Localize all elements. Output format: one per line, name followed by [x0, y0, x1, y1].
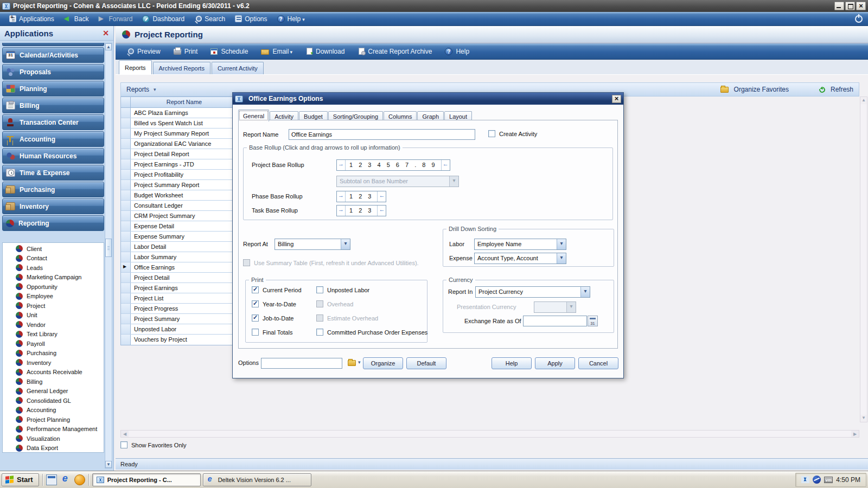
row-selector-cell[interactable] [121, 190, 131, 200]
row-selector-cell[interactable] [121, 129, 131, 138]
sidebar-report-category[interactable]: Accounting [3, 406, 104, 415]
report-name-cell[interactable]: Project Detail Report [131, 149, 238, 159]
dropdown-arrow-icon[interactable] [557, 239, 566, 249]
report-name-cell[interactable]: Project Profitability [131, 170, 238, 179]
rollup-right-arrow-icon[interactable] [337, 160, 346, 170]
report-name-cell[interactable]: Labor Detail [131, 242, 238, 252]
report-name-column-header[interactable]: Report Name [131, 97, 238, 107]
report-name-cell[interactable]: Billed vs Spent Watch List [131, 118, 238, 128]
sidebar-report-category[interactable]: Performance Management [3, 425, 104, 434]
calendar-picker-button[interactable] [588, 316, 598, 326]
print-option-checkbox[interactable] [316, 286, 323, 293]
scroll-up-icon[interactable]: ▲ [860, 97, 867, 104]
start-button[interactable]: Start [2, 473, 39, 486]
show-favorites-checkbox[interactable] [120, 441, 127, 448]
sidebar-module-button[interactable]: Time & Expense [2, 165, 104, 181]
row-selector-cell[interactable] [121, 108, 131, 118]
reports-dropdown[interactable]: Reports [126, 86, 149, 93]
report-name-cell[interactable]: Project List [131, 293, 238, 303]
sidebar-scrollbar[interactable]: ▲ ▼ [105, 43, 112, 468]
scroll-down-icon[interactable]: ▼ [860, 415, 867, 422]
sidebar-report-category[interactable]: Employee [3, 292, 104, 301]
scroll-right-icon[interactable]: ▶ [851, 431, 859, 437]
rollup-left-arrow-icon[interactable] [441, 160, 450, 170]
task-button[interactable]: Deltek Vision Version 6.2 ... [203, 473, 311, 486]
chevron-down-icon[interactable]: ▾ [358, 359, 361, 365]
report-name-cell[interactable]: Organizational EAC Variance [131, 139, 238, 149]
menubar-item[interactable]: Options [230, 14, 272, 24]
vertical-scrollbar[interactable]: ▲ ▼ [860, 97, 867, 422]
row-selector-cell[interactable] [121, 335, 131, 345]
row-selector-cell[interactable] [121, 211, 131, 221]
quick-launch-icon[interactable] [74, 474, 85, 485]
table-row[interactable]: Budget Worksheet [121, 190, 238, 201]
scroll-down-icon[interactable]: ▼ [105, 461, 112, 468]
print-option-checkbox[interactable] [252, 329, 259, 336]
subtotal-dropdown[interactable]: Subtotal on Base Number [336, 176, 459, 187]
sidebar-report-category[interactable]: Purchasing [3, 349, 104, 358]
sidebar-report-category[interactable]: Leads [3, 263, 104, 273]
table-row[interactable]: Consultant Ledger [121, 201, 238, 211]
report-name-cell[interactable]: Project Earnings - JTD [131, 159, 238, 169]
internet-explorer-icon[interactable] [60, 474, 71, 485]
table-row[interactable]: Project Detail Report [121, 149, 238, 159]
organize-favorites-icon[interactable] [720, 87, 729, 93]
row-selector-cell[interactable] [121, 139, 131, 149]
report-name-input[interactable]: Office Earnings [289, 129, 475, 140]
row-selector-cell[interactable] [121, 221, 131, 231]
deltek-tray-icon[interactable] [801, 476, 809, 483]
menubar-item[interactable]: Forward [93, 14, 137, 24]
apply-button[interactable]: Apply [535, 357, 575, 369]
report-name-cell[interactable]: Consultant Ledger [131, 201, 238, 210]
row-selector-cell[interactable] [121, 159, 131, 169]
menubar-item[interactable]: Back [59, 14, 94, 24]
table-row[interactable]: Expense Summary [121, 232, 238, 242]
sidebar-module-button[interactable]: Human Resources [2, 148, 104, 164]
toolbar-button[interactable]: Schedule [205, 47, 253, 56]
dropdown-arrow-icon[interactable] [580, 287, 590, 297]
sidebar-report-category[interactable]: Client [3, 244, 104, 254]
row-selector-cell[interactable] [121, 293, 131, 303]
row-selector-cell[interactable] [121, 170, 131, 179]
sidebar-report-category[interactable]: Vendor [3, 320, 104, 330]
project-base-rollup-widget[interactable]: 1 2 3 4 5 6 7 . 8 9 [336, 159, 450, 171]
report-name-cell[interactable]: Vouchers by Project [131, 335, 238, 345]
row-selector-cell[interactable] [121, 201, 131, 210]
report-tab[interactable]: Archived Reports [153, 62, 210, 74]
phase-rollup-digits[interactable]: 1 2 3 [346, 191, 377, 202]
report-name-cell[interactable]: My Project Summary Report [131, 129, 238, 138]
table-row[interactable]: My Project Summary Report [121, 129, 238, 139]
sidebar-module-button[interactable]: Planning [2, 81, 104, 97]
report-name-cell[interactable]: Project Summary Report [131, 180, 238, 190]
sidebar-report-category[interactable]: General Ledger [3, 387, 104, 396]
report-name-cell[interactable]: Office Earnings [131, 262, 238, 272]
report-name-cell[interactable]: ABC Plaza Earnings [131, 108, 238, 118]
expense-sort-dropdown[interactable]: Account Type, Account [474, 253, 566, 264]
refresh-label[interactable]: Refresh [831, 86, 853, 93]
row-selector-cell[interactable] [121, 262, 131, 272]
table-row[interactable]: Labor Detail [121, 242, 238, 252]
row-selector-cell[interactable] [121, 252, 131, 262]
exchange-rate-input[interactable] [523, 316, 587, 326]
dropdown-arrow-icon[interactable] [341, 239, 350, 249]
report-name-cell[interactable]: Project Progress [131, 304, 238, 313]
print-option-checkbox[interactable] [316, 300, 323, 307]
dialog-close-button[interactable] [612, 95, 621, 103]
toolbar-button[interactable]: Download [300, 47, 350, 56]
sidebar-module-button[interactable]: Accounting [2, 131, 104, 147]
sidebar-report-category[interactable]: Project Planning [3, 415, 104, 425]
default-button[interactable]: Default [406, 357, 446, 369]
print-option-checkbox[interactable] [252, 314, 259, 322]
row-selector-cell[interactable] [121, 242, 131, 252]
table-row[interactable]: Office Earnings [121, 262, 238, 273]
table-row[interactable]: Billed vs Spent Watch List [121, 118, 238, 129]
report-name-cell[interactable]: Labor Summary [131, 252, 238, 262]
table-row[interactable]: Organizational EAC Variance [121, 139, 238, 149]
task-base-rollup-widget[interactable]: 1 2 3 [336, 205, 386, 216]
sidebar-report-category[interactable]: Payroll [3, 339, 104, 349]
report-name-cell[interactable]: Unposted Labor [131, 324, 238, 334]
sidebar-report-category[interactable]: Project [3, 301, 104, 311]
toolbar-button[interactable]: Preview [121, 47, 166, 56]
module-button-partial[interactable] [2, 43, 104, 46]
project-rollup-digits[interactable]: 1 2 3 4 5 6 7 . 8 9 [346, 160, 441, 170]
